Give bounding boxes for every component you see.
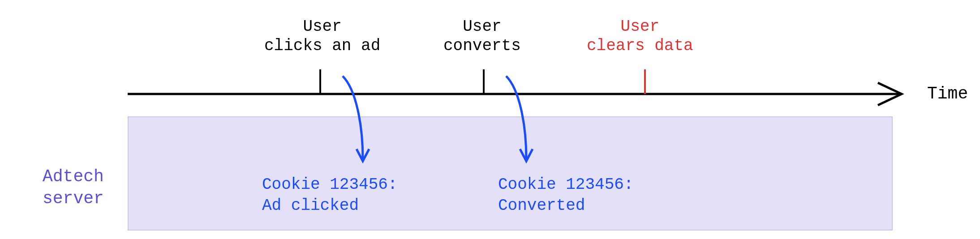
server-label: Adtech server xyxy=(43,166,104,210)
cookie-record-clicked: Cookie 123456: Ad clicked xyxy=(262,175,397,217)
event-label-clear: User clears data xyxy=(587,17,693,55)
timeline-diagram: User clicks an ad User converts User cle… xyxy=(0,0,980,239)
cookie-record-converted: Cookie 123456: Converted xyxy=(498,175,633,217)
axis-label-time: Time xyxy=(927,84,968,103)
event-label-convert: User converts xyxy=(443,17,521,55)
event-label-click: User clicks an ad xyxy=(264,17,380,55)
